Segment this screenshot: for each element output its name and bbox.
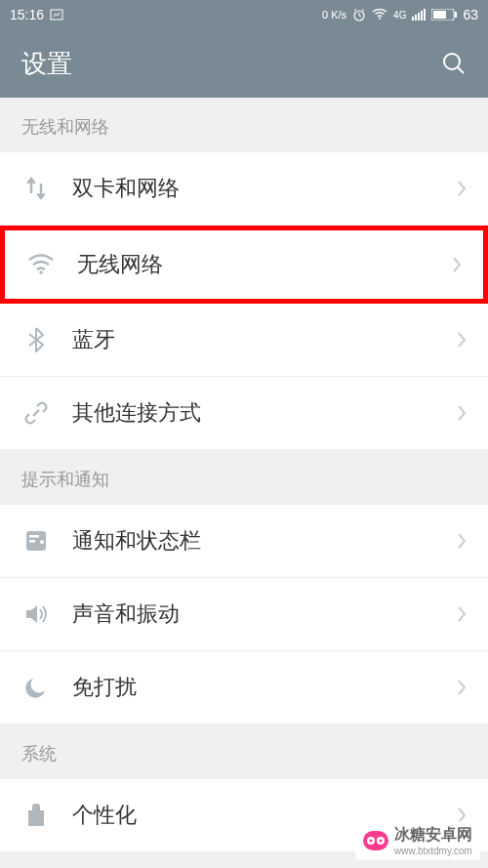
theme-icon — [21, 801, 51, 830]
settings-item-sound[interactable]: 声音和振动 — [0, 578, 488, 651]
notification-icon — [21, 526, 51, 556]
chevron-right-icon — [457, 679, 467, 696]
svg-point-12 — [39, 270, 43, 274]
svg-point-20 — [380, 840, 383, 843]
item-label: 通知和状态栏 — [72, 526, 457, 556]
svg-rect-4 — [415, 15, 417, 21]
watermark: 冰糖安卓网 www.btxtdmy.com — [355, 821, 480, 860]
svg-rect-6 — [421, 11, 423, 21]
signal-icon — [412, 9, 426, 21]
wifi-status-icon — [372, 9, 387, 21]
chevron-right-icon — [452, 256, 462, 273]
settings-item-dnd[interactable]: 免打扰 — [0, 651, 488, 724]
section-header-system: 系统 — [0, 724, 488, 779]
item-label: 双卡和网络 — [72, 174, 457, 203]
item-label: 其他连接方式 — [72, 398, 457, 428]
battery-level: 63 — [463, 7, 478, 22]
wifi-icon — [26, 250, 56, 279]
item-label: 蓝牙 — [72, 325, 457, 354]
sound-icon — [21, 599, 51, 629]
page-title: 设置 — [21, 47, 441, 81]
dual-arrows-icon — [21, 174, 51, 203]
svg-rect-5 — [418, 13, 420, 21]
svg-point-19 — [370, 840, 373, 843]
svg-rect-7 — [424, 9, 426, 21]
svg-point-2 — [379, 18, 381, 20]
bluetooth-icon — [21, 325, 51, 354]
watermark-url: www.btxtdmy.com — [394, 846, 472, 856]
item-label: 声音和振动 — [72, 599, 457, 629]
svg-rect-15 — [29, 540, 35, 543]
svg-point-11 — [444, 54, 460, 69]
svg-rect-10 — [455, 12, 457, 18]
settings-item-wifi[interactable]: 无线网络 — [0, 226, 488, 304]
chevron-right-icon — [457, 331, 467, 349]
watermark-text: 冰糖安卓网 — [394, 825, 472, 846]
screenshot-icon — [50, 9, 63, 21]
settings-item-dual-sim[interactable]: 双卡和网络 — [0, 152, 488, 226]
settings-item-other-connections[interactable]: 其他连接方式 — [0, 377, 488, 450]
svg-rect-14 — [29, 535, 39, 538]
chevron-right-icon — [457, 532, 467, 550]
svg-rect-3 — [412, 17, 414, 21]
alarm-icon — [352, 8, 366, 21]
item-label: 免打扰 — [72, 673, 457, 702]
network-type: 4G — [393, 10, 406, 21]
watermark-logo-icon — [363, 831, 388, 850]
settings-item-notification-bar[interactable]: 通知和状态栏 — [0, 505, 488, 578]
network-speed: 0 K/s — [322, 9, 346, 21]
search-icon[interactable] — [441, 51, 467, 76]
dnd-icon — [21, 673, 51, 702]
chevron-right-icon — [457, 180, 467, 197]
section-header-wireless: 无线和网络 — [0, 98, 488, 152]
link-icon — [21, 398, 51, 428]
chevron-right-icon — [457, 605, 467, 623]
chevron-right-icon — [457, 404, 467, 422]
status-bar: 15:16 0 K/s 4G 63 — [0, 0, 488, 29]
status-time: 15:16 — [10, 7, 44, 22]
settings-item-bluetooth[interactable]: 蓝牙 — [0, 304, 488, 377]
svg-rect-9 — [433, 11, 446, 19]
battery-icon — [431, 9, 457, 21]
item-label: 无线网络 — [77, 250, 452, 279]
app-header: 设置 — [0, 29, 488, 98]
svg-point-16 — [40, 540, 44, 544]
section-header-notifications: 提示和通知 — [0, 450, 488, 505]
